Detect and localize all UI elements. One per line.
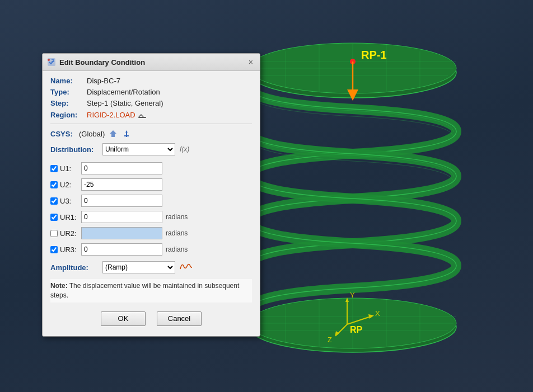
dof-table: U1: U2: U3: [50, 161, 252, 257]
name-row: Name: Disp-BC-7 [50, 77, 252, 85]
dialog-icon [47, 58, 56, 67]
region-select-icon[interactable] [138, 110, 147, 119]
amplitude-select[interactable]: (Ramp) (Instantaneous) (Step) [102, 261, 175, 273]
ur3-input[interactable] [81, 243, 162, 256]
dialog-body: Name: Disp-BC-7 Type: Displacement/Rotat… [43, 71, 260, 336]
step-label: Step: [50, 99, 87, 107]
u3-input[interactable] [81, 195, 162, 207]
svg-text:RP-1: RP-1 [361, 49, 387, 61]
type-label: Type: [50, 88, 87, 96]
svg-rect-37 [138, 117, 146, 118]
dialog-close-button[interactable]: × [246, 57, 255, 67]
viewport: RP-1 Y X Z RP [0, 0, 533, 392]
ur1-label: UR1: [60, 213, 81, 221]
amplitude-wave-icon[interactable] [180, 261, 192, 273]
ur2-checkbox[interactable] [50, 230, 58, 237]
note-section: Note: The displacement value will be mai… [50, 279, 252, 303]
svg-marker-40 [125, 130, 128, 133]
svg-point-34 [48, 59, 50, 61]
u1-input[interactable] [81, 162, 162, 174]
dof-row-u3: U3: [50, 193, 252, 208]
ur1-checkbox[interactable] [50, 214, 58, 221]
dialog-title-text: Edit Boundary Condition [59, 58, 145, 67]
dof-row-u1: U1: [50, 161, 252, 176]
distribution-select[interactable]: Uniform User-defined [102, 143, 175, 155]
dialog-title-left: Edit Boundary Condition [47, 58, 145, 67]
region-value[interactable]: RIGID-2.LOAD [87, 111, 135, 119]
edit-boundary-condition-dialog: Edit Boundary Condition × Name: Disp-BC-… [42, 53, 260, 337]
dof-row-ur2: UR2: radians [50, 226, 252, 240]
name-value: Disp-BC-7 [87, 77, 120, 85]
u1-checkbox[interactable] [50, 165, 58, 172]
distribution-row: Distribution: Uniform User-defined f(x) [50, 143, 252, 155]
svg-text:X: X [375, 309, 380, 318]
csys-label: CSYS: [50, 130, 76, 138]
dof-row-u2: U2: [50, 177, 252, 192]
ur3-label: UR3: [60, 245, 81, 254]
dof-row-ur1: UR1: radians [50, 210, 252, 224]
svg-text:Y: Y [350, 291, 355, 299]
separator-1 [50, 124, 252, 124]
ur2-unit: radians [166, 229, 188, 237]
ur2-label: UR2: [60, 229, 81, 238]
step-value: Step-1 (Static, General) [87, 99, 163, 107]
type-row: Type: Displacement/Rotation [50, 88, 252, 96]
step-row: Step: Step-1 (Static, General) [50, 99, 252, 107]
svg-text:Z: Z [328, 336, 332, 344]
u2-label: U2: [60, 181, 81, 189]
u3-label: U3: [60, 197, 81, 205]
u2-checkbox[interactable] [50, 181, 58, 188]
note-label: Note: [50, 282, 68, 290]
svg-text:RP: RP [350, 325, 363, 334]
region-row: Region: RIGID-2.LOAD [50, 110, 252, 119]
u3-checkbox[interactable] [50, 197, 58, 205]
ur2-input[interactable] [81, 227, 162, 239]
distribution-label: Distribution: [50, 145, 98, 154]
u2-input[interactable] [81, 178, 162, 191]
u1-label: U1: [60, 164, 81, 173]
dialog-titlebar: Edit Boundary Condition × [43, 54, 260, 71]
csys-value: (Global) [79, 130, 105, 138]
ok-button[interactable]: OK [101, 311, 146, 326]
ur3-unit: radians [166, 245, 188, 253]
note-text: Note: The displacement value will be mai… [50, 282, 239, 299]
name-label: Name: [50, 77, 87, 85]
amplitude-label: Amplitude: [50, 263, 98, 272]
cancel-button[interactable]: Cancel [157, 311, 202, 326]
type-value: Displacement/Rotation [87, 88, 160, 96]
ur1-input[interactable] [81, 211, 162, 223]
amplitude-row: Amplitude: (Ramp) (Instantaneous) (Step) [50, 261, 252, 273]
csys-row: CSYS: (Global) [50, 129, 252, 139]
region-label: Region: [50, 111, 87, 119]
ur1-unit: radians [166, 213, 188, 221]
note-content: The displacement value will be maintaine… [50, 282, 239, 299]
dialog-buttons: OK Cancel [50, 308, 252, 330]
csys-arrow-icon[interactable] [108, 129, 118, 139]
dof-row-ur3: UR3: radians [50, 242, 252, 257]
csys-axis-icon[interactable] [121, 129, 132, 139]
ur3-checkbox[interactable] [50, 246, 58, 253]
fx-button[interactable]: f(x) [180, 145, 189, 153]
